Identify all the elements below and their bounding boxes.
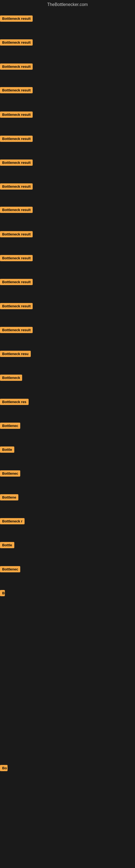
bottleneck-item-24: Bottlenec bbox=[0, 566, 20, 574]
bottleneck-item-11: Bottleneck result bbox=[0, 255, 33, 262]
bottleneck-badge-4: Bottleneck result bbox=[0, 87, 33, 93]
bottleneck-badge-19: Bottle bbox=[0, 446, 14, 453]
bottleneck-badge-22: Bottleneck r bbox=[0, 518, 25, 524]
bottleneck-badge-3: Bottleneck result bbox=[0, 63, 33, 70]
bottleneck-badge-21: Bottlene bbox=[0, 494, 18, 500]
bottleneck-badge-13: Bottleneck result bbox=[0, 303, 33, 309]
bottleneck-badge-5: Bottleneck result bbox=[0, 112, 33, 118]
bottleneck-badge-30: Bo bbox=[0, 765, 8, 771]
bottleneck-item-23: Bottle bbox=[0, 542, 14, 549]
bottleneck-item-2: Bottleneck result bbox=[0, 39, 33, 46]
bottleneck-badge-12: Bottleneck result bbox=[0, 279, 33, 285]
bottleneck-badge-11: Bottleneck result bbox=[0, 255, 33, 261]
bottleneck-item-7: Bottleneck result bbox=[0, 159, 33, 167]
bottleneck-item-6: Bottleneck result bbox=[0, 135, 33, 143]
bottleneck-badge-7: Bottleneck result bbox=[0, 159, 33, 166]
bottleneck-item-4: Bottleneck result bbox=[0, 87, 33, 94]
bottleneck-badge-10: Bottleneck result bbox=[0, 231, 33, 237]
bottleneck-item-9: Bottleneck result bbox=[0, 207, 33, 214]
bottleneck-item-1: Bottleneck result bbox=[0, 16, 33, 23]
site-title: TheBottlenecker.com bbox=[0, 0, 135, 8]
bottleneck-badge-8: Bottleneck result bbox=[0, 183, 33, 190]
bottleneck-item-21: Bottlene bbox=[0, 494, 18, 501]
bottleneck-badge-25: B bbox=[0, 590, 5, 596]
bottleneck-badge-6: Bottleneck result bbox=[0, 135, 33, 142]
bottleneck-item-17: Bottleneck res bbox=[0, 399, 29, 406]
bottleneck-item-20: Bottlenec bbox=[0, 470, 20, 478]
bottleneck-item-15: Bottleneck resu bbox=[0, 351, 31, 358]
bottleneck-item-5: Bottleneck result bbox=[0, 112, 33, 119]
bottleneck-item-19: Bottle bbox=[0, 446, 14, 454]
bottleneck-badge-9: Bottleneck result bbox=[0, 207, 33, 213]
bottleneck-badge-17: Bottleneck res bbox=[0, 399, 29, 405]
bottleneck-item-25: B bbox=[0, 590, 5, 597]
bottleneck-item-10: Bottleneck result bbox=[0, 231, 33, 239]
bottleneck-item-3: Bottleneck result bbox=[0, 63, 33, 71]
bottleneck-item-13: Bottleneck result bbox=[0, 303, 33, 310]
bottleneck-item-8: Bottleneck result bbox=[0, 183, 33, 191]
bottleneck-item-18: Bottlenec bbox=[0, 423, 20, 430]
bottleneck-item-22: Bottleneck r bbox=[0, 518, 25, 525]
bottleneck-item-16: Bottleneck bbox=[0, 375, 22, 382]
bottleneck-badge-15: Bottleneck resu bbox=[0, 351, 31, 357]
bottleneck-badge-18: Bottlenec bbox=[0, 423, 20, 429]
bottleneck-badge-14: Bottleneck result bbox=[0, 327, 33, 333]
bottleneck-badge-2: Bottleneck result bbox=[0, 39, 33, 45]
bottleneck-badge-1: Bottleneck result bbox=[0, 16, 33, 22]
bottleneck-badge-24: Bottlenec bbox=[0, 566, 20, 572]
bottleneck-badge-16: Bottleneck bbox=[0, 375, 22, 381]
bottleneck-item-30: Bo bbox=[0, 765, 8, 772]
bottleneck-badge-23: Bottle bbox=[0, 542, 14, 548]
bottleneck-badge-20: Bottlenec bbox=[0, 470, 20, 476]
bottleneck-item-12: Bottleneck result bbox=[0, 279, 33, 286]
bottleneck-item-14: Bottleneck result bbox=[0, 327, 33, 334]
